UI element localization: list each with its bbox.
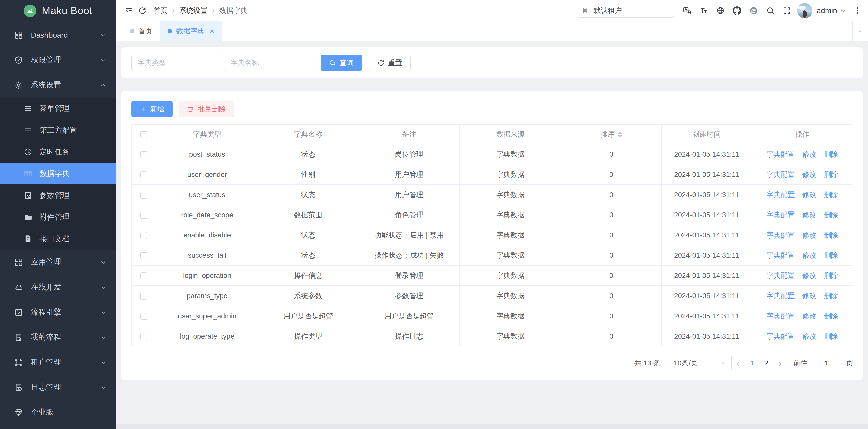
page-number-1[interactable]: 1	[745, 359, 760, 367]
tenant-select[interactable]: 默认租户	[577, 3, 674, 18]
row-checkbox[interactable]	[141, 212, 148, 219]
sidebar-item-attachment-management[interactable]: 附件管理	[0, 206, 116, 228]
sidebar-item-tenant-management[interactable]: 租户管理	[0, 350, 116, 375]
delete-link[interactable]: 删除	[824, 271, 838, 280]
sidebar-item-permissions[interactable]: 权限管理	[0, 48, 116, 73]
sidebar-nav: Dashboard 权限管理 系统设置 菜单管理 第三方配置 定时任	[0, 22, 116, 425]
horizontal-scrollbar[interactable]	[116, 425, 868, 429]
sidebar-item-thirdparty-config[interactable]: 第三方配置	[0, 119, 116, 141]
dict-config-link[interactable]: 字典配置	[766, 231, 795, 239]
edit-link[interactable]: 修改	[802, 211, 816, 219]
dict-type-input[interactable]	[131, 55, 217, 71]
sidebar-item-params-management[interactable]: 参数管理	[0, 184, 116, 206]
delete-link[interactable]: 删除	[824, 231, 838, 239]
dict-config-link[interactable]: 字典配置	[766, 211, 795, 219]
page-number-2[interactable]: 2	[759, 359, 773, 367]
more-menu-icon[interactable]	[851, 4, 864, 17]
row-checkbox[interactable]	[141, 313, 148, 320]
col-sort[interactable]: 排序	[561, 124, 661, 144]
delete-link[interactable]: 删除	[824, 191, 838, 199]
select-all-cell	[131, 124, 157, 144]
select-all-checkbox[interactable]	[141, 131, 148, 138]
sidebar-item-system-settings[interactable]: 系统设置	[0, 73, 116, 97]
batch-delete-button[interactable]: 批量删除	[179, 101, 234, 117]
row-checkbox[interactable]	[141, 252, 148, 259]
app-logo[interactable]: Maku Boot	[0, 0, 116, 22]
edit-link[interactable]: 修改	[802, 251, 816, 259]
edit-link[interactable]: 修改	[802, 292, 816, 299]
dict-config-link[interactable]: 字典配置	[766, 251, 795, 259]
breadcrumb-home[interactable]: 首页	[154, 6, 168, 16]
sidebar-item-scheduled-tasks[interactable]: 定时任务	[0, 141, 116, 163]
user-menu[interactable]: admin	[816, 6, 846, 15]
search-button[interactable]: 查询	[321, 55, 362, 71]
tab-label: 首页	[138, 26, 153, 36]
prev-page-icon[interactable]: ‹	[732, 358, 745, 368]
edit-link[interactable]: 修改	[802, 191, 816, 199]
translate-icon[interactable]	[680, 4, 693, 17]
dict-config-link[interactable]: 字典配置	[766, 312, 795, 320]
edit-link[interactable]: 修改	[802, 150, 816, 158]
breadcrumb-system-settings[interactable]: 系统设置	[179, 6, 208, 16]
sidebar-item-app-management[interactable]: 应用管理	[0, 250, 116, 275]
github-icon[interactable]	[731, 4, 744, 17]
edit-link[interactable]: 修改	[802, 271, 816, 280]
sidebar-item-log-management[interactable]: 日志管理	[0, 375, 116, 400]
edit-link[interactable]: 修改	[802, 231, 816, 239]
refresh-icon[interactable]	[136, 4, 149, 17]
sidebar-item-menu-management[interactable]: 菜单管理	[0, 97, 116, 119]
dict-config-link[interactable]: 字典配置	[766, 171, 795, 178]
sidebar-item-label: 流程引擎	[31, 307, 100, 317]
edit-link[interactable]: 修改	[802, 171, 816, 178]
sidebar-item-my-workflow[interactable]: 我的流程	[0, 325, 116, 350]
delete-link[interactable]: 删除	[824, 150, 838, 158]
row-checkbox[interactable]	[141, 292, 148, 299]
reset-button[interactable]: 重置	[369, 55, 410, 71]
row-checkbox[interactable]	[141, 232, 148, 239]
tab-close-icon[interactable]: ×	[210, 27, 214, 35]
font-size-icon[interactable]	[697, 4, 710, 17]
sort-carets-icon[interactable]	[618, 132, 622, 138]
sidebar-item-workflow-engine[interactable]: 流程引擎	[0, 299, 116, 325]
row-checkbox[interactable]	[141, 171, 148, 178]
tab-list-dropdown[interactable]	[852, 22, 868, 41]
tab-data-dictionary[interactable]: 数据字典 ×	[160, 22, 222, 41]
gitee-icon[interactable]	[747, 4, 760, 17]
delete-link[interactable]: 删除	[824, 251, 838, 259]
sidebar-item-enterprise[interactable]: 企业版	[0, 400, 116, 425]
edit-link[interactable]: 修改	[802, 332, 816, 340]
row-checkbox[interactable]	[141, 151, 148, 158]
edit-link[interactable]: 修改	[802, 312, 816, 320]
globe-icon[interactable]	[714, 4, 727, 17]
delete-link[interactable]: 删除	[824, 171, 838, 178]
row-checkbox[interactable]	[141, 333, 148, 340]
sidebar-item-data-dictionary[interactable]: 数据字典	[0, 163, 116, 184]
sidebar-item-dashboard[interactable]: Dashboard	[0, 23, 116, 48]
dict-config-link[interactable]: 字典配置	[766, 332, 795, 340]
delete-link[interactable]: 删除	[824, 292, 838, 299]
tab-home[interactable]: 首页	[122, 22, 160, 41]
dict-config-link[interactable]: 字典配置	[766, 191, 795, 199]
dict-config-link[interactable]: 字典配置	[766, 271, 795, 280]
goto-page-input[interactable]	[813, 355, 840, 371]
avatar[interactable]	[797, 3, 812, 19]
sidebar-collapse-icon[interactable]	[123, 4, 136, 17]
delete-link[interactable]: 删除	[824, 312, 838, 320]
dict-config-link[interactable]: 字典配置	[766, 150, 795, 158]
page-size-select[interactable]: 10条/页	[668, 355, 732, 371]
delete-link[interactable]: 删除	[824, 211, 838, 219]
table-row: role_data_scope数据范围角色管理字典数据02024-01-05 1…	[131, 205, 853, 225]
search-icon[interactable]	[764, 4, 777, 17]
dict-config-link[interactable]: 字典配置	[766, 292, 795, 299]
row-checkbox[interactable]	[141, 192, 148, 199]
doc-check-icon	[14, 383, 23, 392]
sidebar-item-online-dev[interactable]: 在线开发	[0, 275, 116, 299]
add-button[interactable]: 新增	[131, 101, 173, 117]
dict-name-input[interactable]	[224, 55, 310, 71]
next-page-icon[interactable]: ›	[773, 358, 787, 368]
sidebar-item-api-docs[interactable]: 接口文档	[0, 228, 116, 250]
delete-link[interactable]: 删除	[824, 332, 838, 340]
sidebar-item-label: 我的流程	[31, 332, 100, 342]
row-checkbox[interactable]	[141, 273, 148, 280]
fullscreen-icon[interactable]	[780, 4, 794, 17]
